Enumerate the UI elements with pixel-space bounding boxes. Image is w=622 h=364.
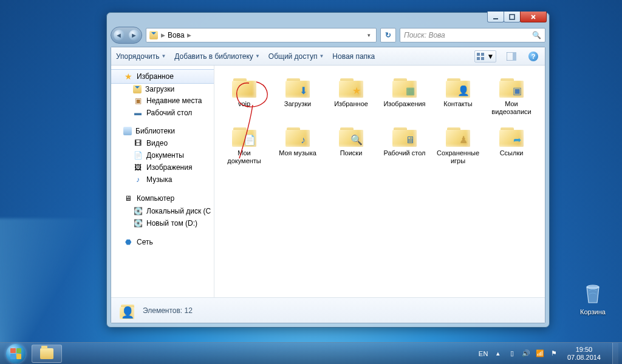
help-button[interactable]: ?	[527, 50, 540, 62]
folder-icon: 🖥	[390, 124, 419, 148]
nav-back-forward[interactable]: ◄ ►	[111, 27, 142, 44]
sidebar-libraries-header[interactable]: Библиотеки	[111, 125, 214, 137]
folder-icon: ⬇	[283, 75, 312, 99]
sidebar-item-documents[interactable]: 📄Документы	[111, 149, 214, 161]
star-icon: ★	[123, 72, 133, 81]
back-button[interactable]: ◄	[114, 30, 125, 41]
show-hidden-icons[interactable]: ▴	[494, 349, 502, 358]
forward-button[interactable]: ►	[129, 30, 140, 41]
folder-item[interactable]: 👤Контакты	[433, 72, 483, 118]
clock[interactable]: 19:50 07.08.2014	[564, 346, 604, 361]
clock-date: 07.08.2014	[567, 354, 601, 362]
folder-icon: 📄	[230, 124, 259, 148]
address-bar[interactable]: ▶ Вова ▶ ▾	[146, 28, 377, 42]
close-button[interactable]	[520, 12, 547, 22]
sidebar-favorites-header[interactable]: ★Избранное	[111, 69, 214, 84]
address-dropdown-icon[interactable]: ▾	[364, 32, 374, 38]
folder-item[interactable]: ♟Сохраненные игры	[433, 121, 483, 167]
folder-item[interactable]: 🖥Рабочий стол	[380, 121, 429, 167]
sidebar-item-music[interactable]: ♪Музыка	[111, 174, 214, 186]
folder-icon	[40, 348, 53, 359]
svg-rect-2	[477, 53, 480, 56]
search-icon: 🔍	[532, 31, 541, 39]
sidebar-computer-header[interactable]: 🖥Компьютер	[111, 192, 214, 205]
folder-item[interactable]: voip	[219, 72, 269, 118]
libraries-icon	[123, 127, 132, 135]
sidebar-item-pictures[interactable]: 🖼Изображения	[111, 161, 214, 174]
svg-rect-4	[477, 57, 480, 60]
minimize-button[interactable]	[487, 12, 504, 22]
downloads-icon	[133, 85, 142, 93]
folder-item[interactable]: ▣Мои видеозаписи	[487, 72, 536, 118]
folder-content[interactable]: voip⬇Загрузки★Избранное▦Изображения👤Конт…	[214, 66, 545, 297]
folder-label: Избранное	[334, 100, 368, 108]
folder-label: Контакты	[443, 100, 473, 108]
folder-label: voip	[238, 100, 250, 108]
folder-label: Моя музыка	[279, 149, 316, 157]
desktop-icon: ▬	[133, 108, 143, 118]
folder-item[interactable]: ➦Ссылки	[487, 121, 536, 167]
svg-rect-3	[481, 53, 484, 56]
system-tray: EN ▴ ▯ 🔊 📶 ⚑ 19:50 07.08.2014	[479, 343, 620, 365]
folder-item[interactable]: 📄Мои документы	[219, 121, 269, 167]
item-count-label: Элементов: 12	[143, 306, 193, 315]
window-controls	[488, 12, 547, 22]
folder-item[interactable]: ⬇Загрузки	[273, 72, 323, 118]
preview-pane-button[interactable]	[505, 50, 518, 62]
folder-icon: 👤	[443, 75, 473, 99]
view-options-button[interactable]: ▼	[474, 50, 496, 62]
battery-icon[interactable]: ▯	[508, 349, 516, 358]
refresh-button[interactable]: ↻	[380, 28, 396, 42]
drive-icon: 💽	[133, 218, 143, 228]
folder-item[interactable]: 🔍Поиски	[326, 121, 376, 167]
folder-label: Поиски	[340, 149, 363, 157]
sidebar-item-drive-d[interactable]: 💽Новый том (D:)	[111, 217, 214, 229]
folder-item[interactable]: ★Избранное	[326, 72, 376, 118]
recycle-bin-desktop-icon[interactable]: Корзина	[575, 281, 611, 315]
sidebar-item-downloads[interactable]: Загрузки	[111, 84, 214, 95]
search-placeholder: Поиск: Вова	[404, 31, 445, 39]
details-pane: 👤 Элементов: 12	[111, 297, 545, 323]
action-center-icon[interactable]: ⚑	[550, 349, 558, 358]
new-folder-button[interactable]: Новая папка	[332, 52, 375, 61]
organize-menu[interactable]: Упорядочить▼	[116, 52, 166, 61]
breadcrumb-separator-icon: ▶	[187, 32, 191, 38]
search-input[interactable]: Поиск: Вова 🔍	[400, 28, 545, 42]
breadcrumb-segment[interactable]: Вова	[168, 31, 185, 39]
add-to-library-menu[interactable]: Добавить в библиотеку▼	[174, 52, 259, 61]
folder-icon: ♟	[443, 124, 473, 148]
volume-icon[interactable]: 🔊	[522, 349, 530, 358]
language-indicator[interactable]: EN	[479, 350, 488, 357]
sidebar-item-drive-c[interactable]: 💽Локальный диск (C	[111, 205, 214, 217]
folder-label: Мои видеозаписи	[488, 100, 535, 115]
command-bar: Упорядочить▼ Добавить в библиотеку▼ Общи…	[111, 47, 545, 66]
folder-item[interactable]: ▦Изображения	[380, 72, 429, 118]
svg-rect-5	[481, 57, 484, 60]
show-desktop-button[interactable]	[612, 343, 618, 365]
sidebar-network-header[interactable]: ⬣Сеть	[111, 235, 214, 249]
drive-icon: 💽	[133, 206, 143, 216]
computer-icon: 🖥	[123, 194, 133, 203]
taskbar-item-explorer[interactable]	[32, 345, 62, 363]
network-icon[interactable]: 📶	[536, 349, 544, 358]
folder-icon	[230, 75, 259, 99]
document-icon: 📄	[133, 150, 143, 160]
folder-label: Сохраненные игры	[435, 149, 481, 164]
folder-item[interactable]: ♪Моя музыка	[273, 121, 323, 167]
svg-rect-7	[513, 52, 516, 61]
user-folder-icon	[149, 30, 159, 40]
sidebar-item-videos[interactable]: 🎞Видео	[111, 137, 214, 149]
chevron-down-icon: ▼	[487, 52, 494, 61]
folder-label: Изображения	[383, 100, 425, 108]
music-icon: ♪	[133, 175, 143, 184]
navigation-pane: ★Избранное Загрузки ▣Недавние места ▬Раб…	[111, 66, 214, 297]
clock-time: 19:50	[567, 346, 601, 354]
share-menu[interactable]: Общий доступ▼	[268, 52, 324, 61]
folder-label: Рабочий стол	[383, 149, 425, 157]
sidebar-item-desktop[interactable]: ▬Рабочий стол	[111, 107, 214, 119]
maximize-button[interactable]	[504, 12, 521, 22]
network-icon: ⬣	[123, 237, 133, 247]
sidebar-item-recent[interactable]: ▣Недавние места	[111, 95, 214, 107]
recycle-bin-icon	[581, 281, 605, 305]
start-button[interactable]	[2, 344, 29, 363]
